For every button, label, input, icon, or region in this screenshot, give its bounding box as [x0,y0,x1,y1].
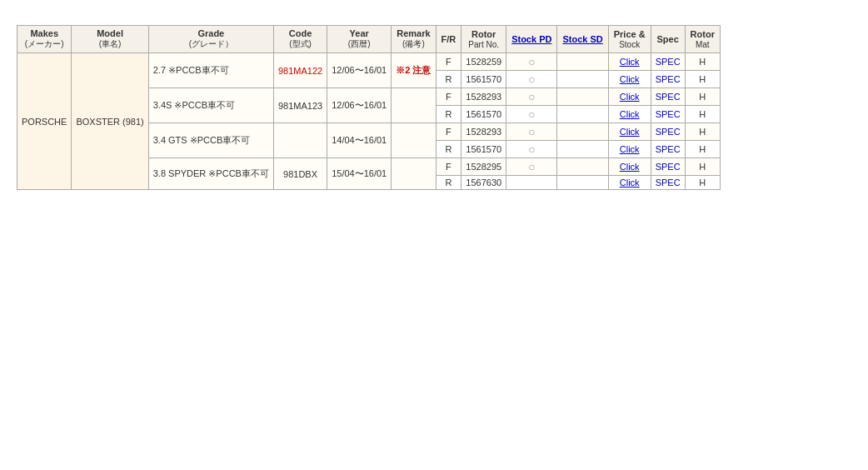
cell-price-click[interactable]: Click [608,71,651,88]
cell-stock-pd: ○ [506,53,557,71]
th-rotor-mat: Rotor Mat [685,26,720,53]
cell-rotor-mat: H [685,88,720,106]
cell-stock-sd [557,88,608,106]
cell-stock-pd: ○ [506,158,557,176]
cell-stock-sd [557,53,608,71]
cell-spec[interactable]: SPEC [651,141,685,158]
cell-rotor-mat: H [685,158,720,176]
cell-grade: 3.8 SPYDER ※PCCB車不可 [148,158,273,190]
cell-rotor-mat: H [685,106,720,123]
cell-stock-sd [557,106,608,123]
parts-table: Makes (メーカー) Model (車名) Grade (グレード） Cod… [17,25,721,190]
cell-remark [392,88,436,123]
th-code: Code (型式) [273,26,327,53]
cell-spec[interactable]: SPEC [651,53,685,71]
cell-remark [392,158,436,190]
cell-stock-pd: ○ [506,106,557,123]
th-rotor-part: Rotor Part No. [461,26,506,53]
cell-fr: R [436,141,461,158]
cell-price-click[interactable]: Click [608,123,651,141]
cell-rotor-part: 1561570 [461,71,506,88]
cell-year: 12/06〜16/01 [327,88,392,123]
cell-rotor-mat: H [685,176,720,190]
th-spec: Spec [651,26,685,53]
cell-makes: PORSCHE [17,53,72,190]
cell-spec[interactable]: SPEC [651,123,685,141]
cell-grade: 3.4S ※PCCB車不可 [148,88,273,123]
th-grade: Grade (グレード） [148,26,273,53]
cell-stock-pd: ○ [506,71,557,88]
cell-rotor-part: 1528259 [461,53,506,71]
cell-rotor-part: 1567630 [461,176,506,190]
cell-year: 15/04〜16/01 [327,158,392,190]
cell-fr: F [436,53,461,71]
cell-code: 981MA122 [273,53,327,88]
th-price-stock: Price & Stock [608,26,651,53]
cell-code: 981MA123 [273,88,327,123]
cell-spec[interactable]: SPEC [651,88,685,106]
th-model: Model (車名) [72,26,148,53]
th-fr: F/R [436,26,461,53]
cell-price-click[interactable]: Click [608,53,651,71]
cell-spec[interactable]: SPEC [651,106,685,123]
cell-remark: ※2 注意 [392,53,436,88]
cell-price-click[interactable]: Click [608,88,651,106]
cell-code [273,123,327,158]
cell-fr: F [436,88,461,106]
cell-stock-sd [557,71,608,88]
cell-rotor-part: 1528295 [461,158,506,176]
cell-stock-sd [557,176,608,190]
cell-fr: F [436,158,461,176]
cell-spec[interactable]: SPEC [651,158,685,176]
cell-stock-pd [506,176,557,190]
cell-rotor-part: 1528293 [461,123,506,141]
cell-stock-sd [557,123,608,141]
cell-grade: 3.4 GTS ※PCCB車不可 [148,123,273,158]
cell-rotor-mat: H [685,141,720,158]
th-year: Year (西暦) [327,26,392,53]
cell-stock-pd: ○ [506,123,557,141]
page-wrapper: Makes (メーカー) Model (車名) Grade (グレード） Cod… [0,0,868,215]
cell-stock-pd: ○ [506,141,557,158]
cell-price-click[interactable]: Click [608,158,651,176]
cell-rotor-mat: H [685,71,720,88]
cell-rotor-mat: H [685,123,720,141]
cell-code: 981DBX [273,158,327,190]
th-makes: Makes (メーカー) [17,26,72,53]
cell-rotor-part: 1561570 [461,106,506,123]
cell-year: 12/06〜16/01 [327,53,392,88]
cell-spec[interactable]: SPEC [651,71,685,88]
cell-spec[interactable]: SPEC [651,176,685,190]
cell-year: 14/04〜16/01 [327,123,392,158]
cell-fr: R [436,71,461,88]
cell-remark [392,123,436,158]
cell-fr: R [436,106,461,123]
cell-rotor-mat: H [685,53,720,71]
cell-model: BOXSTER (981) [72,53,148,190]
th-remark: Remark (備考) [392,26,436,53]
cell-stock-sd [557,158,608,176]
cell-price-click[interactable]: Click [608,176,651,190]
cell-stock-sd [557,141,608,158]
cell-stock-pd: ○ [506,88,557,106]
th-stock-sd[interactable]: Stock SD [557,26,608,53]
cell-fr: F [436,123,461,141]
cell-price-click[interactable]: Click [608,106,651,123]
cell-fr: R [436,176,461,190]
cell-price-click[interactable]: Click [608,141,651,158]
cell-grade: 2.7 ※PCCB車不可 [148,53,273,88]
cell-rotor-part: 1561570 [461,141,506,158]
th-stock-pd[interactable]: Stock PD [506,26,557,53]
cell-rotor-part: 1528293 [461,88,506,106]
